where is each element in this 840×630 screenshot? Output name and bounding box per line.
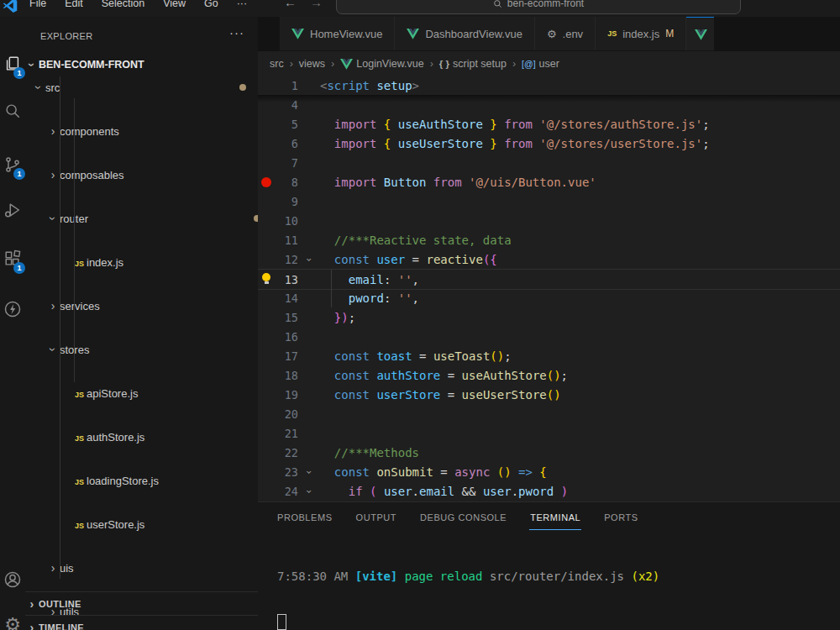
fold-chevron-icon[interactable]: › [303,486,315,496]
tab-label: HomeView.vue [310,28,382,40]
fold-column[interactable]: › [298,466,320,478]
chevron-right-icon: › [46,561,60,575]
breakpoint-icon[interactable] [261,177,271,187]
panel-tab-ports[interactable]: PORTS [603,509,638,530]
breadcrumb-item-user[interactable]: [@]user [522,58,559,70]
code-text: const authStore = useAuthStore(); [320,369,568,382]
code-line-22[interactable]: 22 //***Methods [258,443,840,462]
code-line-12[interactable]: 12› const user = reactive({ [258,249,840,269]
tree-item-label: loadingStore.js [87,475,159,487]
code-line-6[interactable]: 6 import { useUserStore } from '@/stores… [258,134,840,153]
activity-search-icon[interactable] [0,96,25,126]
gutter[interactable] [258,177,275,187]
code-line-13[interactable]: 13 email: '', [258,269,840,290]
line-number: 20 [275,407,298,421]
js-icon: JS [75,478,84,486]
activity-lightning-icon[interactable] [0,294,25,324]
tree-item-label: authStore.js [87,431,144,444]
activity-account-icon[interactable] [0,564,25,595]
gutter[interactable] [258,273,275,286]
code-line-7[interactable]: 7 [258,153,840,172]
activity-source-control-icon[interactable]: 1 [0,150,25,180]
line-number: 9 [275,195,298,208]
code-line-24[interactable]: 24› if ( user.email && user.pword ) [258,481,840,501]
code-line-8[interactable]: 8 import Button from '@/uis/Button.vue' [258,172,840,192]
indent-guide [331,288,332,307]
code-line-23[interactable]: 23› const onSubmit = async () => { [258,462,840,481]
panel-tab-output[interactable]: OUTPUT [355,509,398,530]
nav-back-icon[interactable]: ← [284,0,297,9]
code-text: if ( user.email && user.pword ) [320,485,568,498]
fold-chevron-icon[interactable]: › [303,255,315,265]
command-center-search[interactable]: ben-ecomm-front [336,0,741,14]
tab-bar: HomeView.vueDashboardView.vue⚙.envJSinde… [258,17,840,51]
code-text: pword: '', [320,291,419,305]
breadcrumb-item-src[interactable]: src [270,58,284,70]
sticky-scroll-line[interactable]: 1<script setup> [258,76,840,95]
nav-forward-icon[interactable]: → [310,0,323,9]
chevron-down-icon: › [32,81,45,94]
code-line-9[interactable]: 9 [258,192,840,211]
activity-files-icon[interactable]: 1 [0,49,25,79]
code-line-17[interactable]: 17 const toast = useToast(); [258,346,840,365]
fold-column[interactable]: › [298,254,320,265]
tab-homeview-vue[interactable]: HomeView.vue [280,17,395,50]
code-line-16[interactable]: 16 [258,327,840,346]
panel-tab-debug-console[interactable]: DEBUG CONSOLE [419,509,507,530]
code-line-21[interactable]: 21 [258,423,840,443]
menu-selection[interactable]: Selection [94,0,152,11]
tab-partial[interactable] [686,17,714,50]
code-line-19[interactable]: 19 const userStore = useUserStore() [258,385,840,404]
code-line-15[interactable]: 15 }); [258,307,840,327]
code-line-18[interactable]: 18 const authStore = useAuthStore(); [258,365,840,385]
timeline-section-header[interactable]: › TIMELINE [25,615,258,630]
js-icon: JS [75,434,84,443]
explorer-actions-button[interactable]: ··· [229,25,244,39]
fold-chevron-icon[interactable]: › [303,467,315,477]
outline-section-header[interactable]: › OUTLINE [25,591,258,615]
code-line-11[interactable]: 11 //***Reactive state, data [258,230,840,249]
breadcrumb-separator: › [290,58,293,70]
menu-go[interactable]: Go [197,0,226,11]
code-line-14[interactable]: 14 pword: '', [258,288,840,307]
tab-index-js[interactable]: JSindex.jsM [596,17,686,50]
tree-item-label: services [60,300,100,312]
panel-tab-problems[interactable]: PROBLEMS [276,509,333,530]
titlebar: FileEditSelectionViewGo··· ← → ben-ecomm… [0,0,840,17]
activity-extensions-icon[interactable]: 1 [0,244,25,274]
menu-file[interactable]: File [22,0,54,11]
account-icon [3,570,22,589]
workspace-root-folder[interactable]: › BEN-ECOMM-FRONT [25,54,258,76]
lightbulb-icon[interactable] [261,273,271,286]
line-number: 23 [275,465,298,479]
code-line-20[interactable]: 20 [258,404,840,423]
code-line-5[interactable]: 5 import { useAuthStore } from '@/stores… [258,114,840,134]
breadcrumb-item-views[interactable]: views [299,58,325,70]
tree-item-label: apiStore.js [87,387,138,400]
vscode-window: FileEditSelectionViewGo··· ← → ben-ecomm… [0,0,840,630]
menu-view[interactable]: View [155,0,193,11]
activity-settings-gear-icon[interactable]: ⚙ [0,610,25,630]
vscode-logo-icon[interactable] [3,0,18,13]
menu-edit[interactable]: Edit [57,0,91,11]
code-line-10[interactable]: 10 [258,211,840,230]
fold-column[interactable]: › [298,486,320,497]
settings-gear-icon: ⚙ [4,616,21,630]
activity-run-debug-icon[interactable] [0,195,25,225]
breadcrumb-item-loginview-vue[interactable]: LoginView.vue [340,58,423,70]
activity-bar: 111⚙ [0,17,26,630]
tab-dashboardview-vue[interactable]: DashboardView.vue [395,17,534,50]
vue-icon [291,28,304,39]
menu-[interactable]: ··· [229,0,255,11]
breadcrumb-label: user [539,58,559,70]
tab-label: index.js [622,28,659,40]
breadcrumb-separator: › [512,58,516,70]
tab--env[interactable]: ⚙.env [535,17,596,50]
panel-tab-terminal[interactable]: TERMINAL [529,509,581,530]
breadcrumb-label: script setup [453,58,507,70]
outline-label: OUTLINE [39,599,81,609]
breadcrumb-item-script-setup[interactable]: { }script setup [439,58,507,70]
line-number: 24 [275,485,298,498]
terminal-output[interactable]: 7:58:30 AM [vite] page reload src/router… [277,543,659,630]
code-editor[interactable]: 45 import { useAuthStore } from '@/store… [258,76,840,501]
